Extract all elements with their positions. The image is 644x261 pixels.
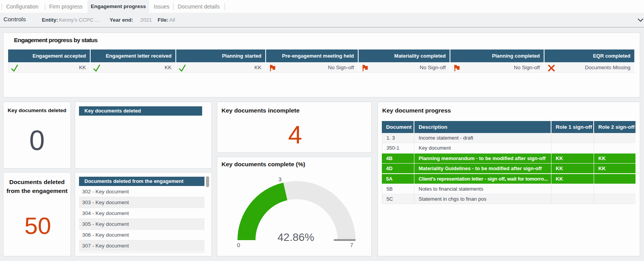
svg-text:7: 7 — [350, 242, 353, 248]
svg-text:0: 0 — [237, 242, 240, 248]
svg-text:3: 3 — [278, 176, 282, 183]
svg-text:42.86%: 42.86% — [278, 231, 314, 243]
